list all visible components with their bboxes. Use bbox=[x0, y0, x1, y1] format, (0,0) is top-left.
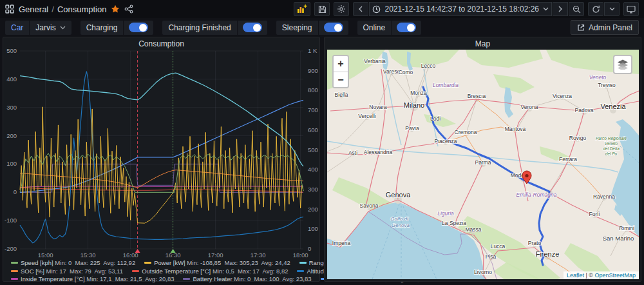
y-right-tick: 600 bbox=[308, 126, 318, 133]
map-label: Verona bbox=[521, 104, 538, 110]
map-zoom-out-button[interactable]: − bbox=[334, 72, 348, 87]
y-right-tick: 400 bbox=[308, 166, 318, 173]
map-label: Genova bbox=[386, 191, 411, 199]
car-variable-label: Car bbox=[5, 21, 29, 35]
leaflet-link[interactable]: Leaflet bbox=[567, 272, 584, 279]
refresh-controls bbox=[588, 2, 620, 16]
admin-panel-label: Admin Panel bbox=[589, 23, 632, 32]
map-label: Asti bbox=[348, 150, 357, 156]
map-zoom-in-button[interactable]: + bbox=[334, 56, 348, 72]
top-nav-bar: General / Consumption bbox=[0, 0, 644, 18]
map-label: Livorno bbox=[474, 269, 492, 275]
legend-item[interactable]: Speed [kph] Min: 0 Max: 225 Avg: 112,92 bbox=[11, 259, 135, 266]
admin-panel-button[interactable]: Admin Panel bbox=[571, 20, 639, 35]
legend-swatch bbox=[297, 270, 304, 272]
consumption-panel: Consumption 5004003002001000-100-2001 K9… bbox=[3, 37, 320, 282]
map-label: Verbania bbox=[364, 58, 386, 64]
grafana-dashboard: General / Consumption bbox=[0, 0, 644, 285]
map-label: del Delta bbox=[603, 146, 620, 151]
series-power-kw bbox=[20, 107, 303, 223]
zoom-out-time-button[interactable] bbox=[569, 2, 584, 16]
map-panel-title[interactable]: Map bbox=[325, 39, 641, 48]
breadcrumb-folder[interactable]: General bbox=[19, 5, 48, 14]
legend-text: Battery Heater Min: 0 Max: 100 Avg: 23,8… bbox=[193, 275, 311, 282]
dashboards-grid-icon[interactable] bbox=[5, 5, 14, 14]
time-range-picker[interactable]: 2021-12-15 14:42:37 to 2021-12-15 18:02:… bbox=[369, 2, 552, 16]
annotation-marker[interactable] bbox=[135, 249, 140, 253]
y-right-tick: 300 bbox=[308, 186, 318, 193]
map-label: Mantova bbox=[505, 126, 526, 132]
legend-item[interactable]: Outside Temperature [°C] Min: 0,5 Max: 1… bbox=[132, 268, 288, 275]
attribution-separator: | © bbox=[584, 272, 594, 279]
toggle-switch[interactable] bbox=[124, 21, 153, 35]
map-label: del Po bbox=[605, 152, 618, 156]
save-dashboard-button[interactable] bbox=[314, 2, 330, 16]
breadcrumb-page[interactable]: Consumption bbox=[57, 5, 107, 14]
map-label: Brescia bbox=[468, 93, 486, 99]
legend-swatch bbox=[183, 278, 190, 280]
legend-item[interactable]: SOC [%] Min: 17 Max: 79 Avg: 53,11 bbox=[11, 268, 123, 275]
breadcrumb: General / Consumption bbox=[19, 5, 106, 14]
y-left-tick: 100 bbox=[6, 160, 17, 167]
map-label: Emilia-Romagna bbox=[516, 192, 557, 198]
toggle-switch[interactable] bbox=[319, 21, 348, 35]
map-label: Liguria bbox=[437, 210, 454, 217]
map-label: Pisa bbox=[486, 253, 497, 260]
legend-swatch bbox=[299, 262, 307, 264]
x-tick: 15:00 bbox=[38, 251, 53, 259]
map-label: Vercelli bbox=[358, 113, 376, 119]
annotation-marker[interactable] bbox=[171, 249, 176, 253]
refresh-button[interactable] bbox=[588, 2, 603, 16]
map-label: Como bbox=[399, 69, 413, 75]
legend-item[interactable]: Inside Temperature [°C] Min: 17,1 Max: 2… bbox=[11, 275, 174, 282]
map-label: Golfo di bbox=[390, 216, 408, 222]
map-label: Pavia bbox=[405, 125, 419, 132]
refresh-interval-dropdown[interactable] bbox=[604, 2, 620, 16]
y-left-tick: -100 bbox=[5, 217, 17, 224]
time-shift-back-button[interactable] bbox=[353, 2, 368, 16]
share-icon[interactable] bbox=[124, 5, 133, 14]
map-label: Venezia bbox=[600, 103, 626, 110]
switch-track bbox=[243, 23, 262, 32]
map-label: Forlì bbox=[589, 211, 600, 217]
map-label: Rovigo bbox=[569, 135, 587, 141]
star-icon[interactable] bbox=[111, 5, 120, 14]
toggle-switch[interactable] bbox=[392, 21, 421, 35]
dashboard-settings-button[interactable] bbox=[334, 2, 349, 16]
map-layers-button[interactable] bbox=[613, 55, 632, 74]
toggle-switch[interactable] bbox=[238, 21, 267, 35]
map-zoom-control: + − bbox=[332, 55, 349, 88]
y-right-tick: 0 bbox=[308, 245, 311, 252]
legend-item[interactable]: Power [kW] Min: -108,85 Max: 305,23 Avg:… bbox=[144, 259, 290, 266]
map-label: Savona bbox=[360, 202, 379, 209]
legend-text: Inside Temperature [°C] Min: 17,1 Max: 2… bbox=[21, 275, 174, 282]
openstreetmap-link[interactable]: OpenStreetMap bbox=[594, 272, 636, 279]
time-shift-forward-button[interactable] bbox=[553, 2, 568, 16]
toggle-label: Charging Finished bbox=[162, 21, 236, 35]
switch-track bbox=[129, 23, 148, 32]
switch-knob bbox=[334, 24, 342, 32]
map-canvas[interactable]: VerbaniaVareseComoLeccoBiellaMonzaMilano… bbox=[327, 50, 639, 279]
map-label: Lecco bbox=[421, 63, 436, 69]
y-right-tick: 100 bbox=[308, 225, 318, 232]
map-label: San Marino bbox=[603, 235, 634, 242]
map-label: Prato bbox=[528, 240, 542, 246]
legend-row: SOC [%] Min: 17 Max: 79 Avg: 53,11Outsid… bbox=[11, 268, 316, 275]
toggle-group-online: Online bbox=[357, 21, 422, 35]
series-inside-temperature-c bbox=[20, 186, 303, 188]
switch-knob bbox=[407, 24, 415, 32]
legend-swatch bbox=[11, 270, 18, 272]
breadcrumb-separator: / bbox=[52, 5, 54, 14]
map-label: Veneto bbox=[605, 141, 618, 146]
consumption-chart[interactable]: 5004003002001000-100-2001 K9008007006005… bbox=[3, 37, 319, 281]
add-panel-button[interactable] bbox=[294, 2, 310, 16]
switch-track bbox=[324, 23, 343, 32]
y-right-tick: 200 bbox=[308, 206, 318, 213]
map-label: Padova bbox=[575, 107, 594, 113]
toggle-label: Online bbox=[357, 21, 392, 35]
car-variable-dropdown[interactable]: Jarvis bbox=[30, 21, 71, 35]
kiosk-mode-button[interactable] bbox=[623, 2, 639, 16]
dashboard-submenu: Car Jarvis ChargingCharging FinishedSlee… bbox=[0, 18, 644, 37]
legend-item[interactable]: Battery Heater Min: 0 Max: 100 Avg: 23,8… bbox=[183, 275, 311, 282]
map-label: Piacenza bbox=[435, 138, 457, 144]
